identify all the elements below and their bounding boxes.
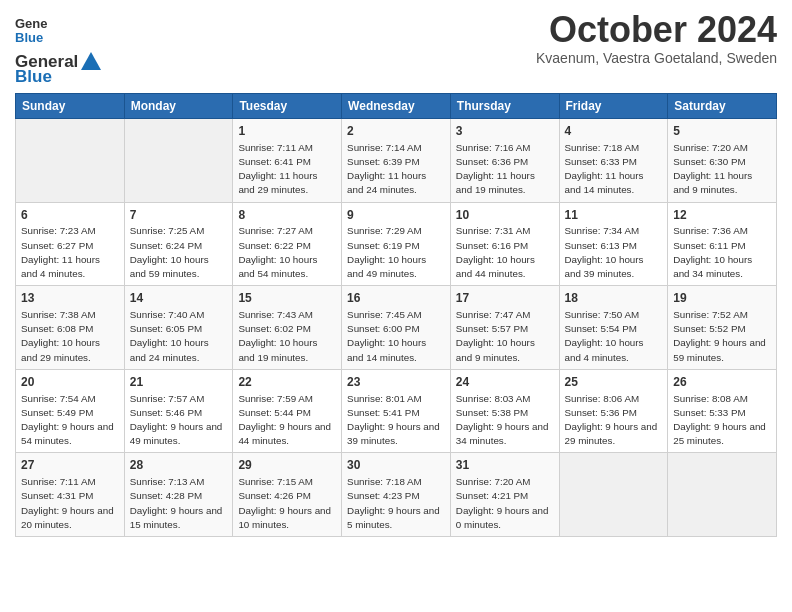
- day-number: 18: [565, 290, 663, 307]
- calendar-cell: 29Sunrise: 7:15 AMSunset: 4:26 PMDayligh…: [233, 453, 342, 537]
- calendar-title-block: October 2024 Kvaenum, Vaestra Goetaland,…: [536, 10, 777, 66]
- calendar-week-1: 1Sunrise: 7:11 AMSunset: 6:41 PMDaylight…: [16, 119, 777, 203]
- calendar-cell: [668, 453, 777, 537]
- location-title: Kvaenum, Vaestra Goetaland, Sweden: [536, 50, 777, 66]
- day-info: Sunrise: 7:52 AMSunset: 5:52 PMDaylight:…: [673, 308, 771, 365]
- calendar-cell: 24Sunrise: 8:03 AMSunset: 5:38 PMDayligh…: [450, 369, 559, 453]
- calendar-cell: 20Sunrise: 7:54 AMSunset: 5:49 PMDayligh…: [16, 369, 125, 453]
- day-info: Sunrise: 7:20 AMSunset: 4:21 PMDaylight:…: [456, 475, 554, 532]
- header-monday: Monday: [124, 94, 233, 119]
- header-friday: Friday: [559, 94, 668, 119]
- day-info: Sunrise: 7:13 AMSunset: 4:28 PMDaylight:…: [130, 475, 228, 532]
- header-sunday: Sunday: [16, 94, 125, 119]
- calendar-cell: 19Sunrise: 7:52 AMSunset: 5:52 PMDayligh…: [668, 286, 777, 370]
- day-info: Sunrise: 7:11 AMSunset: 6:41 PMDaylight:…: [238, 141, 336, 198]
- calendar-cell: 15Sunrise: 7:43 AMSunset: 6:02 PMDayligh…: [233, 286, 342, 370]
- calendar-cell: 22Sunrise: 7:59 AMSunset: 5:44 PMDayligh…: [233, 369, 342, 453]
- day-number: 24: [456, 374, 554, 391]
- calendar-cell: [16, 119, 125, 203]
- calendar-cell: 1Sunrise: 7:11 AMSunset: 6:41 PMDaylight…: [233, 119, 342, 203]
- calendar-cell: 6Sunrise: 7:23 AMSunset: 6:27 PMDaylight…: [16, 202, 125, 286]
- calendar-week-4: 20Sunrise: 7:54 AMSunset: 5:49 PMDayligh…: [16, 369, 777, 453]
- header-wednesday: Wednesday: [342, 94, 451, 119]
- day-info: Sunrise: 8:06 AMSunset: 5:36 PMDaylight:…: [565, 392, 663, 449]
- logo-icon: General Blue: [15, 14, 47, 50]
- day-info: Sunrise: 7:25 AMSunset: 6:24 PMDaylight:…: [130, 224, 228, 281]
- day-number: 21: [130, 374, 228, 391]
- calendar-cell: 28Sunrise: 7:13 AMSunset: 4:28 PMDayligh…: [124, 453, 233, 537]
- day-info: Sunrise: 7:27 AMSunset: 6:22 PMDaylight:…: [238, 224, 336, 281]
- day-number: 3: [456, 123, 554, 140]
- header-tuesday: Tuesday: [233, 94, 342, 119]
- calendar-cell: 2Sunrise: 7:14 AMSunset: 6:39 PMDaylight…: [342, 119, 451, 203]
- day-info: Sunrise: 7:31 AMSunset: 6:16 PMDaylight:…: [456, 224, 554, 281]
- day-info: Sunrise: 7:47 AMSunset: 5:57 PMDaylight:…: [456, 308, 554, 365]
- day-info: Sunrise: 7:29 AMSunset: 6:19 PMDaylight:…: [347, 224, 445, 281]
- day-number: 16: [347, 290, 445, 307]
- day-info: Sunrise: 7:16 AMSunset: 6:36 PMDaylight:…: [456, 141, 554, 198]
- calendar-cell: 26Sunrise: 8:08 AMSunset: 5:33 PMDayligh…: [668, 369, 777, 453]
- calendar-cell: 17Sunrise: 7:47 AMSunset: 5:57 PMDayligh…: [450, 286, 559, 370]
- logo-blue-text: Blue: [15, 68, 101, 85]
- day-info: Sunrise: 8:01 AMSunset: 5:41 PMDaylight:…: [347, 392, 445, 449]
- day-number: 22: [238, 374, 336, 391]
- calendar-cell: 27Sunrise: 7:11 AMSunset: 4:31 PMDayligh…: [16, 453, 125, 537]
- calendar-cell: 23Sunrise: 8:01 AMSunset: 5:41 PMDayligh…: [342, 369, 451, 453]
- day-info: Sunrise: 7:57 AMSunset: 5:46 PMDaylight:…: [130, 392, 228, 449]
- month-year-title: October 2024: [536, 10, 777, 50]
- day-number: 15: [238, 290, 336, 307]
- day-info: Sunrise: 8:03 AMSunset: 5:38 PMDaylight:…: [456, 392, 554, 449]
- calendar-week-5: 27Sunrise: 7:11 AMSunset: 4:31 PMDayligh…: [16, 453, 777, 537]
- day-number: 1: [238, 123, 336, 140]
- calendar-cell: 4Sunrise: 7:18 AMSunset: 6:33 PMDaylight…: [559, 119, 668, 203]
- calendar-cell: 3Sunrise: 7:16 AMSunset: 6:36 PMDaylight…: [450, 119, 559, 203]
- calendar-cell: 16Sunrise: 7:45 AMSunset: 6:00 PMDayligh…: [342, 286, 451, 370]
- calendar-cell: 18Sunrise: 7:50 AMSunset: 5:54 PMDayligh…: [559, 286, 668, 370]
- calendar-cell: 5Sunrise: 7:20 AMSunset: 6:30 PMDaylight…: [668, 119, 777, 203]
- calendar-table: Sunday Monday Tuesday Wednesday Thursday…: [15, 93, 777, 537]
- day-info: Sunrise: 7:20 AMSunset: 6:30 PMDaylight:…: [673, 141, 771, 198]
- day-number: 11: [565, 207, 663, 224]
- calendar-week-2: 6Sunrise: 7:23 AMSunset: 6:27 PMDaylight…: [16, 202, 777, 286]
- day-number: 13: [21, 290, 119, 307]
- calendar-cell: [124, 119, 233, 203]
- calendar-cell: 11Sunrise: 7:34 AMSunset: 6:13 PMDayligh…: [559, 202, 668, 286]
- calendar-week-3: 13Sunrise: 7:38 AMSunset: 6:08 PMDayligh…: [16, 286, 777, 370]
- day-number: 7: [130, 207, 228, 224]
- day-number: 29: [238, 457, 336, 474]
- day-number: 31: [456, 457, 554, 474]
- day-number: 19: [673, 290, 771, 307]
- header-thursday: Thursday: [450, 94, 559, 119]
- day-number: 9: [347, 207, 445, 224]
- calendar-cell: 31Sunrise: 7:20 AMSunset: 4:21 PMDayligh…: [450, 453, 559, 537]
- calendar-cell: 30Sunrise: 7:18 AMSunset: 4:23 PMDayligh…: [342, 453, 451, 537]
- calendar-header-row: Sunday Monday Tuesday Wednesday Thursday…: [16, 94, 777, 119]
- calendar-cell: 10Sunrise: 7:31 AMSunset: 6:16 PMDayligh…: [450, 202, 559, 286]
- day-info: Sunrise: 8:08 AMSunset: 5:33 PMDaylight:…: [673, 392, 771, 449]
- day-number: 30: [347, 457, 445, 474]
- day-number: 4: [565, 123, 663, 140]
- calendar-cell: 21Sunrise: 7:57 AMSunset: 5:46 PMDayligh…: [124, 369, 233, 453]
- day-number: 20: [21, 374, 119, 391]
- day-info: Sunrise: 7:38 AMSunset: 6:08 PMDaylight:…: [21, 308, 119, 365]
- day-info: Sunrise: 7:43 AMSunset: 6:02 PMDaylight:…: [238, 308, 336, 365]
- day-number: 23: [347, 374, 445, 391]
- calendar-cell: 25Sunrise: 8:06 AMSunset: 5:36 PMDayligh…: [559, 369, 668, 453]
- day-number: 28: [130, 457, 228, 474]
- day-info: Sunrise: 7:15 AMSunset: 4:26 PMDaylight:…: [238, 475, 336, 532]
- day-number: 14: [130, 290, 228, 307]
- day-number: 25: [565, 374, 663, 391]
- calendar-cell: 8Sunrise: 7:27 AMSunset: 6:22 PMDaylight…: [233, 202, 342, 286]
- svg-text:Blue: Blue: [15, 30, 43, 45]
- day-info: Sunrise: 7:54 AMSunset: 5:49 PMDaylight:…: [21, 392, 119, 449]
- day-number: 6: [21, 207, 119, 224]
- svg-text:General: General: [15, 16, 47, 31]
- day-number: 27: [21, 457, 119, 474]
- day-info: Sunrise: 7:23 AMSunset: 6:27 PMDaylight:…: [21, 224, 119, 281]
- day-number: 5: [673, 123, 771, 140]
- day-info: Sunrise: 7:18 AMSunset: 4:23 PMDaylight:…: [347, 475, 445, 532]
- calendar-cell: [559, 453, 668, 537]
- day-number: 8: [238, 207, 336, 224]
- day-info: Sunrise: 7:11 AMSunset: 4:31 PMDaylight:…: [21, 475, 119, 532]
- day-info: Sunrise: 7:59 AMSunset: 5:44 PMDaylight:…: [238, 392, 336, 449]
